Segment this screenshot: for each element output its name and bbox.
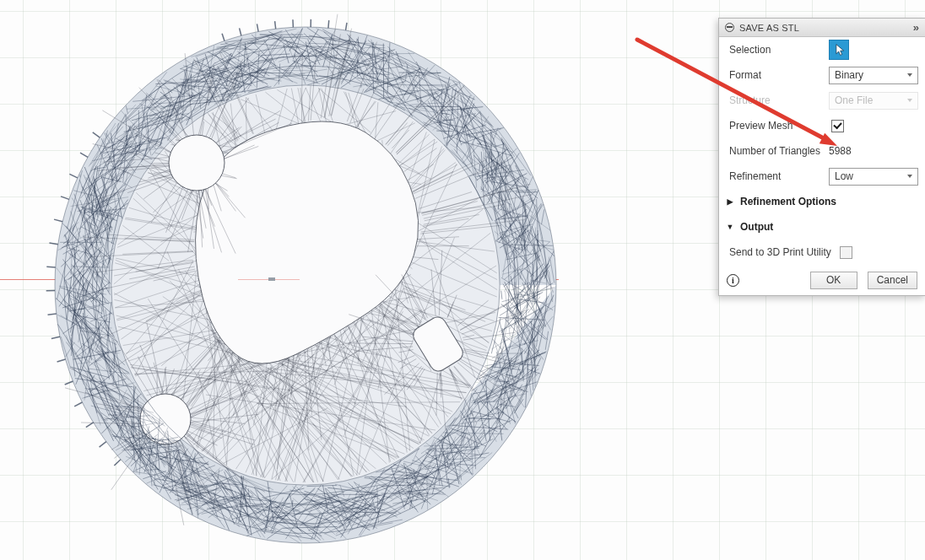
format-dropdown[interactable]: Binary (829, 67, 918, 84)
row-send-to-3d-print: Send to 3D Print Utility (719, 240, 925, 265)
send-to-3d-checkbox[interactable] (840, 246, 852, 259)
footer-buttons: OK Cancel (810, 272, 917, 289)
expand-panel-icon[interactable]: » (913, 22, 919, 33)
row-format: Format Binary (719, 62, 925, 88)
chevron-down-icon (907, 175, 912, 178)
format-value: Binary (835, 69, 863, 81)
selection-label: Selection (729, 44, 829, 56)
row-number-of-triangles: Number of Triangles 5988 (719, 138, 925, 164)
save-as-stl-dialog: SAVE AS STL » Selection Format Binary St… (718, 18, 925, 296)
app-window: SAVE AS STL » Selection Format Binary St… (0, 0, 925, 560)
row-selection: Selection (719, 37, 925, 62)
collapse-circle-icon[interactable] (725, 23, 734, 32)
refinement-value: Low (835, 170, 853, 182)
refinement-dropdown[interactable]: Low (829, 168, 918, 186)
number-of-triangles-value: 5988 (829, 145, 852, 157)
number-of-triangles-label: Number of Triangles (729, 145, 829, 157)
row-refinement: Refinement Low (719, 164, 925, 189)
preview-mesh-label: Preview Mesh (729, 120, 829, 132)
dialog-header[interactable]: SAVE AS STL » (719, 19, 925, 37)
send-to-3d-label: Send to 3D Print Utility (729, 246, 831, 258)
refinement-options-label: Refinement Options (740, 196, 836, 207)
cursor-icon (832, 43, 846, 57)
section-output[interactable]: ▼ Output (719, 214, 925, 240)
preview-mesh-checkbox[interactable] (831, 120, 844, 132)
info-icon[interactable]: i (727, 274, 739, 287)
triangle-down-icon: ▼ (726, 223, 734, 231)
structure-label: Structure (729, 94, 829, 106)
section-refinement-options[interactable]: ▶ Refinement Options (719, 189, 925, 214)
dialog-title: SAVE AS STL (739, 23, 799, 33)
format-label: Format (729, 69, 829, 81)
dialog-footer: i OK Cancel (719, 265, 925, 295)
selection-button[interactable] (829, 40, 849, 60)
row-preview-mesh: Preview Mesh (719, 113, 925, 138)
structure-value: One File (835, 94, 873, 106)
chevron-down-icon (907, 73, 912, 77)
chevron-down-icon (907, 99, 912, 102)
row-structure: Structure One File (719, 88, 925, 113)
ok-button[interactable]: OK (810, 272, 857, 289)
structure-dropdown: One File (829, 92, 918, 110)
output-label: Output (740, 221, 773, 233)
cancel-button[interactable]: Cancel (868, 272, 917, 289)
refinement-label: Refinement (729, 170, 829, 182)
triangle-right-icon: ▶ (726, 197, 734, 206)
